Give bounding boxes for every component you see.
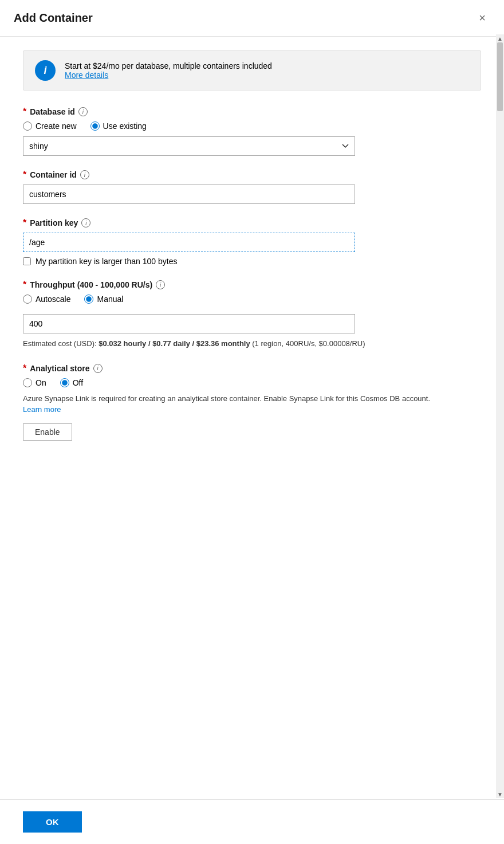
required-star-throughput: * bbox=[23, 280, 26, 290]
info-banner-content: Start at $24/mo per database, multiple c… bbox=[65, 61, 272, 80]
dialog-title: Add Container bbox=[14, 11, 93, 25]
manual-radio[interactable] bbox=[84, 295, 93, 304]
throughput-info-icon[interactable]: i bbox=[156, 280, 165, 289]
required-star-container: * bbox=[23, 170, 26, 180]
container-id-label: * Container id i bbox=[23, 170, 481, 180]
close-button[interactable]: × bbox=[474, 9, 490, 27]
info-banner: i Start at $24/mo per database, multiple… bbox=[23, 50, 481, 91]
required-star-partition: * bbox=[23, 218, 26, 228]
throughput-value-input[interactable] bbox=[23, 314, 355, 333]
analytical-off-label: Off bbox=[73, 378, 83, 387]
dialog-footer: OK bbox=[0, 799, 504, 844]
enable-button[interactable]: Enable bbox=[23, 423, 72, 441]
manual-option[interactable]: Manual bbox=[84, 295, 123, 304]
autoscale-radio[interactable] bbox=[23, 295, 32, 304]
analytical-on-radio[interactable] bbox=[23, 378, 32, 387]
database-id-radio-group: Create new Use existing bbox=[23, 121, 481, 131]
partition-key-label: * Partition key i bbox=[23, 218, 481, 228]
container-id-info-icon[interactable]: i bbox=[80, 170, 89, 179]
more-details-link[interactable]: More details bbox=[65, 70, 108, 80]
analytical-store-label: * Analytical store i bbox=[23, 363, 481, 374]
database-id-dropdown[interactable]: shiny other-db bbox=[23, 136, 355, 156]
analytical-store-section: * Analytical store i On Off Azure Synaps… bbox=[23, 363, 481, 441]
container-id-input[interactable] bbox=[23, 184, 355, 204]
database-id-info-icon[interactable]: i bbox=[78, 107, 88, 116]
dialog-body: i Start at $24/mo per database, multiple… bbox=[0, 37, 504, 799]
use-existing-radio[interactable] bbox=[90, 121, 100, 131]
large-partition-key-label[interactable]: My partition key is larger than 100 byte… bbox=[36, 257, 177, 266]
create-new-option[interactable]: Create new bbox=[23, 121, 77, 131]
autoscale-option[interactable]: Autoscale bbox=[23, 295, 70, 304]
scrollbar-thumb[interactable] bbox=[497, 42, 503, 111]
throughput-section: * Throughput (400 - 100,000 RU/s) i Auto… bbox=[23, 280, 481, 350]
throughput-radio-group: Autoscale Manual bbox=[23, 295, 481, 304]
create-new-label: Create new bbox=[36, 121, 77, 131]
scroll-down-arrow[interactable]: ▼ bbox=[496, 790, 504, 798]
analytical-description: Azure Synapse Link is required for creat… bbox=[23, 393, 481, 415]
ok-button[interactable]: OK bbox=[23, 811, 82, 833]
dialog-header: Add Container × bbox=[0, 0, 504, 37]
create-new-radio[interactable] bbox=[23, 121, 32, 131]
analytical-store-info-icon[interactable]: i bbox=[93, 364, 103, 373]
analytical-on-option[interactable]: On bbox=[23, 378, 46, 387]
scrollbar[interactable]: ▲ ▼ bbox=[496, 34, 504, 798]
required-star-db: * bbox=[23, 107, 26, 117]
info-banner-text: Start at $24/mo per database, multiple c… bbox=[65, 61, 272, 70]
throughput-label: * Throughput (400 - 100,000 RU/s) i bbox=[23, 280, 481, 290]
learn-more-link[interactable]: Learn more bbox=[23, 405, 61, 414]
autoscale-label: Autoscale bbox=[36, 295, 70, 304]
database-id-label: * Database id i bbox=[23, 107, 481, 117]
analytical-on-label: On bbox=[36, 378, 46, 387]
info-icon: i bbox=[35, 60, 56, 81]
analytical-off-option[interactable]: Off bbox=[60, 378, 83, 387]
analytical-off-radio[interactable] bbox=[60, 378, 69, 387]
partition-key-section: * Partition key i My partition key is la… bbox=[23, 218, 481, 266]
analytical-store-radio-group: On Off bbox=[23, 378, 481, 387]
large-partition-key-checkbox[interactable] bbox=[23, 257, 31, 265]
partition-key-input[interactable] bbox=[23, 233, 355, 252]
use-existing-label: Use existing bbox=[103, 121, 147, 131]
use-existing-option[interactable]: Use existing bbox=[90, 121, 147, 131]
required-star-analytical: * bbox=[23, 363, 26, 374]
database-id-section: * Database id i Create new Use existing … bbox=[23, 107, 481, 156]
add-container-dialog: Add Container × i Start at $24/mo per da… bbox=[0, 0, 504, 844]
partition-key-checkbox-row: My partition key is larger than 100 byte… bbox=[23, 257, 481, 266]
scroll-up-arrow[interactable]: ▲ bbox=[496, 34, 504, 42]
partition-key-info-icon[interactable]: i bbox=[81, 218, 90, 227]
manual-label: Manual bbox=[97, 295, 123, 304]
container-id-section: * Container id i bbox=[23, 170, 481, 204]
cost-estimate: Estimated cost (USD): $0.032 hourly / $0… bbox=[23, 338, 481, 350]
